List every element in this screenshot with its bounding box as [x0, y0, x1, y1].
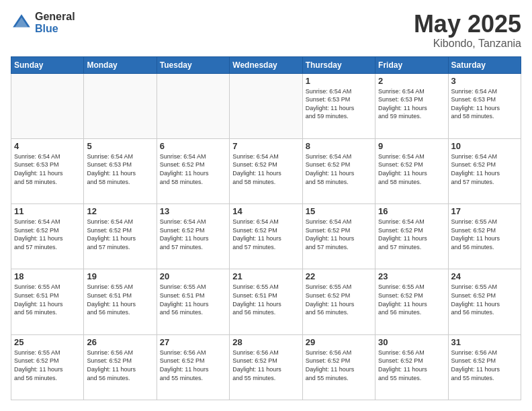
- calendar-cell: 14Sunrise: 6:54 AM Sunset: 6:52 PM Dayli…: [230, 204, 302, 269]
- day-number: 18: [14, 271, 81, 281]
- day-number: 21: [232, 271, 299, 281]
- day-number: 4: [14, 141, 81, 151]
- calendar-cell: 29Sunrise: 6:56 AM Sunset: 6:52 PM Dayli…: [302, 334, 375, 400]
- calendar-cell: 7Sunrise: 6:54 AM Sunset: 6:52 PM Daylig…: [230, 138, 302, 203]
- calendar-cell: 26Sunrise: 6:56 AM Sunset: 6:52 PM Dayli…: [84, 334, 157, 400]
- day-info: Sunrise: 6:55 AM Sunset: 6:51 PM Dayligh…: [232, 283, 299, 316]
- calendar-week-5: 25Sunrise: 6:55 AM Sunset: 6:52 PM Dayli…: [11, 334, 521, 400]
- day-info: Sunrise: 6:55 AM Sunset: 6:51 PM Dayligh…: [87, 283, 153, 316]
- day-number: 12: [87, 206, 153, 216]
- calendar-week-4: 18Sunrise: 6:55 AM Sunset: 6:51 PM Dayli…: [11, 269, 521, 334]
- day-number: 29: [306, 337, 372, 347]
- day-number: 11: [14, 206, 81, 216]
- day-number: 16: [378, 206, 445, 216]
- day-info: Sunrise: 6:54 AM Sunset: 6:53 PM Dayligh…: [87, 152, 153, 186]
- day-info: Sunrise: 6:54 AM Sunset: 6:52 PM Dayligh…: [14, 218, 81, 251]
- header: General Blue May 2025 Kibondo, Tanzania: [11, 11, 521, 50]
- calendar-header-sunday: Sunday: [11, 56, 84, 73]
- day-number: 10: [451, 141, 518, 151]
- calendar-header-monday: Monday: [84, 56, 157, 73]
- day-info: Sunrise: 6:54 AM Sunset: 6:52 PM Dayligh…: [306, 218, 372, 251]
- logo: General Blue: [11, 11, 75, 34]
- calendar-cell: 10Sunrise: 6:54 AM Sunset: 6:52 PM Dayli…: [448, 138, 521, 203]
- calendar-cell: [230, 73, 302, 138]
- calendar-cell: 4Sunrise: 6:54 AM Sunset: 6:53 PM Daylig…: [11, 138, 84, 203]
- day-info: Sunrise: 6:56 AM Sunset: 6:52 PM Dayligh…: [232, 349, 299, 382]
- day-number: 14: [232, 206, 299, 216]
- day-number: 22: [306, 271, 372, 281]
- day-info: Sunrise: 6:55 AM Sunset: 6:52 PM Dayligh…: [451, 218, 518, 251]
- day-number: 8: [306, 141, 372, 151]
- day-info: Sunrise: 6:56 AM Sunset: 6:52 PM Dayligh…: [306, 349, 372, 382]
- day-number: 31: [451, 337, 518, 347]
- calendar-cell: 21Sunrise: 6:55 AM Sunset: 6:51 PM Dayli…: [230, 269, 302, 334]
- day-number: 30: [378, 337, 445, 347]
- calendar-cell: 13Sunrise: 6:54 AM Sunset: 6:52 PM Dayli…: [157, 204, 229, 269]
- calendar-header-tuesday: Tuesday: [157, 56, 229, 73]
- day-info: Sunrise: 6:54 AM Sunset: 6:52 PM Dayligh…: [378, 152, 445, 186]
- day-number: 3: [451, 76, 518, 86]
- day-number: 1: [306, 76, 372, 86]
- day-info: Sunrise: 6:54 AM Sunset: 6:52 PM Dayligh…: [160, 152, 226, 186]
- day-info: Sunrise: 6:54 AM Sunset: 6:52 PM Dayligh…: [232, 152, 299, 186]
- calendar-cell: 24Sunrise: 6:55 AM Sunset: 6:52 PM Dayli…: [448, 269, 521, 334]
- calendar-cell: 27Sunrise: 6:56 AM Sunset: 6:52 PM Dayli…: [157, 334, 229, 400]
- calendar-cell: 28Sunrise: 6:56 AM Sunset: 6:52 PM Dayli…: [230, 334, 302, 400]
- calendar-week-1: 1Sunrise: 6:54 AM Sunset: 6:53 PM Daylig…: [11, 73, 521, 138]
- day-number: 6: [160, 141, 226, 151]
- logo-text: General Blue: [35, 11, 75, 34]
- calendar-cell: 17Sunrise: 6:55 AM Sunset: 6:52 PM Dayli…: [448, 204, 521, 269]
- month-title: May 2025: [414, 11, 521, 38]
- calendar-cell: 18Sunrise: 6:55 AM Sunset: 6:51 PM Dayli…: [11, 269, 84, 334]
- calendar-cell: 25Sunrise: 6:55 AM Sunset: 6:52 PM Dayli…: [11, 334, 84, 400]
- calendar-cell: 8Sunrise: 6:54 AM Sunset: 6:52 PM Daylig…: [302, 138, 375, 203]
- logo-icon: [11, 12, 32, 34]
- day-info: Sunrise: 6:55 AM Sunset: 6:52 PM Dayligh…: [378, 283, 445, 316]
- calendar-cell: 12Sunrise: 6:54 AM Sunset: 6:52 PM Dayli…: [84, 204, 157, 269]
- calendar-cell: 16Sunrise: 6:54 AM Sunset: 6:52 PM Dayli…: [375, 204, 448, 269]
- day-info: Sunrise: 6:54 AM Sunset: 6:52 PM Dayligh…: [160, 218, 226, 251]
- day-info: Sunrise: 6:54 AM Sunset: 6:52 PM Dayligh…: [378, 218, 445, 251]
- calendar-header-wednesday: Wednesday: [230, 56, 302, 73]
- day-info: Sunrise: 6:54 AM Sunset: 6:52 PM Dayligh…: [232, 218, 299, 251]
- day-number: 24: [451, 271, 518, 281]
- logo-blue: Blue: [35, 23, 75, 35]
- day-number: 5: [87, 141, 153, 151]
- day-number: 25: [14, 337, 81, 347]
- day-number: 13: [160, 206, 226, 216]
- calendar-cell: 23Sunrise: 6:55 AM Sunset: 6:52 PM Dayli…: [375, 269, 448, 334]
- day-number: 7: [232, 141, 299, 151]
- day-info: Sunrise: 6:55 AM Sunset: 6:51 PM Dayligh…: [160, 283, 226, 316]
- day-info: Sunrise: 6:55 AM Sunset: 6:52 PM Dayligh…: [14, 349, 81, 382]
- calendar-cell: 5Sunrise: 6:54 AM Sunset: 6:53 PM Daylig…: [84, 138, 157, 203]
- calendar-cell: 6Sunrise: 6:54 AM Sunset: 6:52 PM Daylig…: [157, 138, 229, 203]
- day-number: 15: [306, 206, 372, 216]
- calendar-cell: 15Sunrise: 6:54 AM Sunset: 6:52 PM Dayli…: [302, 204, 375, 269]
- day-info: Sunrise: 6:55 AM Sunset: 6:52 PM Dayligh…: [306, 283, 372, 316]
- calendar-cell: [84, 73, 157, 138]
- day-number: 28: [232, 337, 299, 347]
- day-number: 9: [378, 141, 445, 151]
- calendar-cell: 31Sunrise: 6:56 AM Sunset: 6:52 PM Dayli…: [448, 334, 521, 400]
- location-title: Kibondo, Tanzania: [414, 38, 521, 50]
- calendar-cell: [11, 73, 84, 138]
- day-number: 27: [160, 337, 226, 347]
- calendar-cell: 2Sunrise: 6:54 AM Sunset: 6:53 PM Daylig…: [375, 73, 448, 138]
- calendar-cell: 9Sunrise: 6:54 AM Sunset: 6:52 PM Daylig…: [375, 138, 448, 203]
- day-info: Sunrise: 6:56 AM Sunset: 6:52 PM Dayligh…: [87, 349, 153, 382]
- day-info: Sunrise: 6:54 AM Sunset: 6:53 PM Dayligh…: [378, 87, 445, 121]
- day-info: Sunrise: 6:54 AM Sunset: 6:53 PM Dayligh…: [306, 87, 372, 121]
- calendar-cell: 19Sunrise: 6:55 AM Sunset: 6:51 PM Dayli…: [84, 269, 157, 334]
- day-info: Sunrise: 6:54 AM Sunset: 6:52 PM Dayligh…: [306, 152, 372, 186]
- calendar-header-thursday: Thursday: [302, 56, 375, 73]
- day-info: Sunrise: 6:54 AM Sunset: 6:52 PM Dayligh…: [451, 152, 518, 186]
- calendar-header-friday: Friday: [375, 56, 448, 73]
- day-number: 26: [87, 337, 153, 347]
- page: General Blue May 2025 Kibondo, Tanzania …: [0, 0, 532, 411]
- day-info: Sunrise: 6:55 AM Sunset: 6:52 PM Dayligh…: [451, 283, 518, 316]
- calendar-cell: 30Sunrise: 6:56 AM Sunset: 6:52 PM Dayli…: [375, 334, 448, 400]
- calendar-week-3: 11Sunrise: 6:54 AM Sunset: 6:52 PM Dayli…: [11, 204, 521, 269]
- logo-general: General: [35, 11, 75, 23]
- calendar-cell: 3Sunrise: 6:54 AM Sunset: 6:53 PM Daylig…: [448, 73, 521, 138]
- day-number: 23: [378, 271, 445, 281]
